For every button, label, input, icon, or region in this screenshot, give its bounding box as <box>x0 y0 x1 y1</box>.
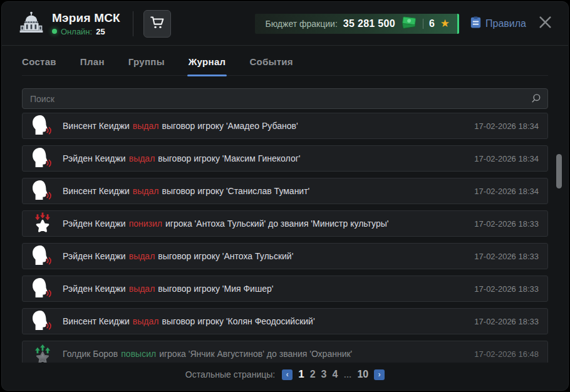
journal-log-list: Винсент Кеиджи выдал выговор игроку 'Ама… <box>22 113 548 363</box>
log-action: выдал <box>133 186 159 196</box>
pagination-label: Остальные страницы: <box>185 369 275 379</box>
cart-icon <box>149 14 165 33</box>
next-page-button[interactable]: › <box>374 369 385 380</box>
rules-button[interactable]: Правила <box>470 16 526 31</box>
page-number-1[interactable]: 1 <box>298 368 304 381</box>
log-detail: выговор игроку 'Амадео Рубанов' <box>162 121 298 131</box>
log-action: выдал <box>133 316 159 326</box>
close-icon <box>537 14 553 33</box>
log-detail: игрока 'Янчик Августинов' до звания 'Охр… <box>159 349 352 359</box>
log-row: Винсент Кеиджи выдал выговор игроку 'Ама… <box>22 113 548 139</box>
log-action: понизил <box>129 219 162 229</box>
header-divider <box>133 11 133 36</box>
log-detail: выговор игроку 'Антоха Тульский' <box>158 251 293 261</box>
budget-label: Бюджет фракции: <box>265 19 337 29</box>
online-label: Онлайн: <box>61 27 92 36</box>
shop-cart-button[interactable] <box>143 10 171 38</box>
reprimand-icon <box>23 309 63 334</box>
log-entry-time: 17-02-2026 18:33 <box>474 317 539 326</box>
log-detail: игрока 'Антоха Тульский' до звания 'Мини… <box>165 219 388 229</box>
log-action: выдал <box>129 153 155 163</box>
faction-window: Мэрия МСК Онлайн: 25 Бюджет фракции: <box>1 1 569 391</box>
search-input[interactable] <box>22 88 548 109</box>
log-entry-time: 17-02-2026 18:33 <box>474 284 539 294</box>
tab-sobytiya[interactable]: События <box>249 56 293 75</box>
demote-icon <box>23 212 63 235</box>
log-actor: Рэйден Кеиджи <box>63 251 126 261</box>
log-entry-text: Рэйден Кеиджи выдал выговор игроку 'Мия … <box>63 284 468 294</box>
log-action: повысил <box>121 349 156 359</box>
tab-sostav[interactable]: Состав <box>22 56 56 75</box>
rules-label: Правила <box>485 18 526 29</box>
log-entry-text: Винсент Кеиджи выдал выговор игроку 'Ама… <box>63 121 468 131</box>
prev-page-button[interactable]: ‹ <box>282 369 293 380</box>
reprimand-icon <box>23 146 63 171</box>
close-button[interactable] <box>537 14 553 33</box>
page-number-4[interactable]: 4 <box>332 369 338 380</box>
log-entry-text: Винсент Кеиджи выдал выговор игроку 'Ста… <box>63 186 468 196</box>
city-hall-building-icon <box>18 9 44 38</box>
log-entry-text: Рэйден Кеиджи выдал выговор игроку 'Макс… <box>63 153 468 163</box>
stars-value: 6 <box>429 18 435 29</box>
log-action: выдал <box>133 121 159 131</box>
log-entry-time: 17-02-2026 18:33 <box>474 252 539 261</box>
page-title: Мэрия МСК <box>52 11 120 25</box>
log-row: Винсент Кеиджи выдал выговор игроку 'Кол… <box>22 308 548 334</box>
log-actor: Винсент Кеиджи <box>63 186 130 196</box>
log-entry-text: Голдик Боров повысил игрока 'Янчик Авгус… <box>63 349 468 359</box>
budget-value: 35 281 500 <box>343 18 395 29</box>
page-number-10[interactable]: 10 <box>357 369 368 380</box>
log-entry-text: Винсент Кеиджи выдал выговор игроку 'Кол… <box>63 316 468 326</box>
log-actor: Рэйден Кеиджи <box>63 219 126 229</box>
log-actor: Рэйден Кеиджи <box>63 284 126 294</box>
log-entry-text: Рэйден Кеиджи понизил игрока 'Антоха Тул… <box>63 219 468 229</box>
log-actor: Винсент Кеиджи <box>63 121 130 131</box>
reprimand-icon <box>23 276 63 301</box>
page-number-2[interactable]: 2 <box>310 369 316 380</box>
tab-zhurnal[interactable]: Журнал <box>189 56 226 75</box>
header: Мэрия МСК Онлайн: 25 Бюджет фракции: <box>2 2 568 46</box>
promote-icon <box>23 342 63 363</box>
log-entry-time: 17-02-2026 18:34 <box>474 154 539 163</box>
log-actor: Голдик Боров <box>63 349 118 359</box>
budget-separator <box>423 19 423 29</box>
log-row: Винсент Кеиджи выдал выговор игроку 'Ста… <box>22 178 548 204</box>
online-status: Онлайн: 25 <box>52 27 120 36</box>
search-bar <box>22 88 548 109</box>
log-entry-time: 17-02-2026 18:34 <box>474 187 539 196</box>
rules-clipboard-icon <box>470 16 481 31</box>
tab-gruppy[interactable]: Группы <box>128 56 165 75</box>
tab-plan[interactable]: План <box>80 56 105 75</box>
log-detail: выговор игроку 'Станислав Туманит' <box>162 186 309 196</box>
log-actor: Рэйден Кеиджи <box>63 153 126 163</box>
reprimand-icon <box>23 113 63 138</box>
page-number-3[interactable]: 3 <box>321 369 327 380</box>
reprimand-icon <box>23 244 63 269</box>
log-row: Рэйден Кеиджи выдал выговор игроку 'Мия … <box>22 276 548 302</box>
log-row: Голдик Боров повысил игрока 'Янчик Авгус… <box>22 341 548 363</box>
log-entry-text: Рэйден Кеиджи выдал выговор игроку 'Анто… <box>63 251 468 261</box>
faction-budget: Бюджет фракции: 35 281 500 6 ★ <box>255 14 459 34</box>
scrollbar-thumb[interactable] <box>556 154 562 188</box>
log-detail: выговор игроку 'Мия Фишер' <box>158 284 273 294</box>
log-action: выдал <box>129 251 155 261</box>
gold-star-icon: ★ <box>440 18 450 29</box>
log-row: Рэйден Кеиджи выдал выговор игроку 'Макс… <box>22 145 548 172</box>
search-icon <box>531 93 542 106</box>
log-entry-time: 17-02-2026 18:33 <box>474 219 539 229</box>
online-count: 25 <box>96 27 105 36</box>
log-action: выдал <box>129 284 155 294</box>
log-actor: Винсент Кеиджи <box>63 316 130 326</box>
money-icon <box>401 16 417 31</box>
log-entry-time: 17-02-2026 16:48 <box>474 349 539 359</box>
reprimand-icon <box>23 178 63 204</box>
log-entry-time: 17-02-2026 18:34 <box>474 121 539 131</box>
log-detail: выговор игроку 'Максим Гинеколог' <box>158 153 300 163</box>
chevron-right-icon: › <box>378 370 381 378</box>
log-row: Рэйден Кеиджи выдал выговор игроку 'Анто… <box>22 243 548 269</box>
chevron-left-icon: ‹ <box>286 370 289 378</box>
tab-bar: Состав План Группы Журнал События <box>22 46 548 76</box>
log-row: Рэйден Кеиджи понизил игрока 'Антоха Тул… <box>22 210 548 237</box>
online-dot <box>52 29 57 34</box>
page-ellipsis: … <box>343 370 351 379</box>
